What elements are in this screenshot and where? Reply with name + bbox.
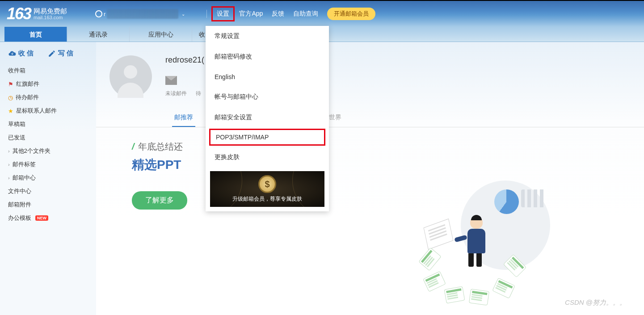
menu-account-center[interactable]: 帐号与邮箱中心	[206, 87, 329, 107]
bars-icon	[521, 189, 546, 207]
logo[interactable]: 163 网易免费邮 mail.163.com	[7, 4, 67, 23]
main-content: redrose21( 未读邮件 待 邮推荐 看世界 /年底总结还 精选PPT 了…	[96, 42, 644, 315]
profile-section: redrose21( 未读邮件 待	[96, 42, 644, 98]
card-icon	[418, 248, 442, 271]
receive-mail-button[interactable]: 收 信	[8, 49, 34, 58]
clock-icon: ◷	[8, 94, 13, 101]
settings-dropdown-menu: 常规设置 邮箱密码修改 English 帐号与邮箱中心 邮箱安全设置 POP3/…	[206, 26, 329, 211]
vip-skin-banner[interactable]: $ 升级邮箱会员，尊享专属皮肤	[210, 171, 324, 207]
tab-contacts[interactable]: 通讯录	[67, 27, 130, 42]
user-dropdown[interactable]: r ⌄	[92, 8, 189, 20]
menu-password[interactable]: 邮箱密码修改	[206, 46, 329, 67]
templates-label: 办公模板	[8, 214, 31, 222]
medal-icon: $	[258, 175, 276, 193]
nav-self-help[interactable]: 自助查询	[289, 7, 323, 21]
nav-feedback[interactable]: 反馈	[267, 7, 289, 21]
folder-todo[interactable]: ◷ 待办邮件	[4, 91, 92, 104]
learn-more-button[interactable]: 了解更多	[132, 191, 187, 210]
pending-label[interactable]: 待	[196, 90, 201, 97]
receive-label: 收 信	[18, 49, 34, 58]
user-email-blurred	[107, 9, 178, 19]
chevron-right-icon: ›	[8, 162, 10, 167]
card-icon	[423, 271, 446, 292]
folder-sent[interactable]: 已发送	[4, 131, 92, 144]
folder-templates[interactable]: 办公模板 NEW	[4, 211, 92, 225]
center-label: 邮箱中心	[13, 174, 36, 182]
star-icon: ★	[8, 108, 13, 114]
chevron-down-icon: ⌄	[181, 12, 185, 17]
nav-official-app[interactable]: 官方App	[235, 7, 267, 21]
vip-upgrade-button[interactable]: 开通邮箱会员	[327, 8, 375, 20]
card-icon	[469, 289, 489, 306]
watermark: CSDN @努力。。。	[565, 298, 626, 307]
folder-inbox[interactable]: 收件箱	[4, 64, 92, 77]
unread-mail-label[interactable]: 未读邮件	[165, 90, 187, 97]
logo-main-text: 网易免费邮	[34, 8, 67, 15]
card-icon	[492, 278, 515, 299]
pie-chart-icon	[494, 189, 519, 214]
folder-attachments[interactable]: 邮箱附件	[4, 198, 92, 211]
folder-files[interactable]: 文件中心	[4, 185, 92, 198]
flag-icon: ⚑	[8, 81, 13, 88]
tab-recommend[interactable]: 邮推荐	[172, 109, 195, 127]
promo-area: /年底总结还 精选PPT 了解更多	[118, 141, 644, 210]
card-icon	[503, 254, 526, 277]
folder-center[interactable]: › 邮箱中心	[4, 171, 92, 185]
sidebar: 收 信 写 信 收件箱 ⚑ 红旗邮件 ◷ 待办邮件 ★ 星标联系人邮件	[0, 42, 96, 315]
profile-username: redrose21(	[165, 55, 204, 65]
menu-general-settings[interactable]: 常规设置	[206, 26, 329, 46]
download-icon	[8, 50, 16, 58]
others-label: 其他2个文件夹	[13, 147, 51, 155]
logo-number: 163	[7, 4, 31, 23]
menu-security[interactable]: 邮箱安全设置	[206, 107, 329, 128]
tags-label: 邮件标签	[13, 160, 36, 168]
folder-drafts[interactable]: 草稿箱	[4, 118, 92, 131]
new-badge: NEW	[35, 215, 48, 221]
chevron-right-icon: ›	[8, 148, 10, 154]
card-icon	[444, 286, 465, 304]
user-icon	[95, 10, 102, 17]
tab-app-center[interactable]: 应用中心	[130, 27, 192, 42]
envelope-icon	[165, 76, 177, 85]
tab-home[interactable]: 首页	[4, 27, 67, 42]
header: 163 网易免费邮 mail.163.com r ⌄ 设置 官方App 反馈 自…	[0, 1, 644, 27]
pencil-icon	[48, 50, 56, 58]
nav-settings[interactable]: 设置	[211, 6, 235, 21]
menu-protocols[interactable]: POP3/SMTP/IMAP	[209, 129, 325, 146]
compose-mail-button[interactable]: 写 信	[48, 49, 73, 58]
chevron-right-icon: ›	[8, 175, 10, 181]
top-nav: 设置 官方App 反馈 自助查询 开通邮箱会员	[202, 6, 375, 21]
user-prefix: r	[104, 11, 105, 17]
menu-change-skin[interactable]: 更换皮肤	[206, 147, 329, 168]
promo-illustration	[429, 158, 555, 283]
banner-text: 升级邮箱会员，尊享专属皮肤	[232, 195, 302, 203]
folder-tags[interactable]: › 邮件标签	[4, 158, 92, 171]
avatar[interactable]	[109, 55, 152, 98]
compose-label: 写 信	[58, 49, 73, 58]
flagged-label: 红旗邮件	[16, 80, 39, 88]
starred-label: 星标联系人邮件	[16, 107, 57, 115]
menu-english[interactable]: English	[206, 67, 329, 87]
folder-flagged[interactable]: ⚑ 红旗邮件	[4, 77, 92, 91]
content-tabs: 邮推荐 看世界	[96, 109, 644, 127]
paper-icon	[424, 218, 454, 250]
folder-starred[interactable]: ★ 星标联系人邮件	[4, 104, 92, 118]
folder-others[interactable]: › 其他2个文件夹	[4, 144, 92, 158]
logo-sub-text: mail.163.com	[34, 15, 67, 20]
todo-label: 待办邮件	[16, 93, 39, 101]
